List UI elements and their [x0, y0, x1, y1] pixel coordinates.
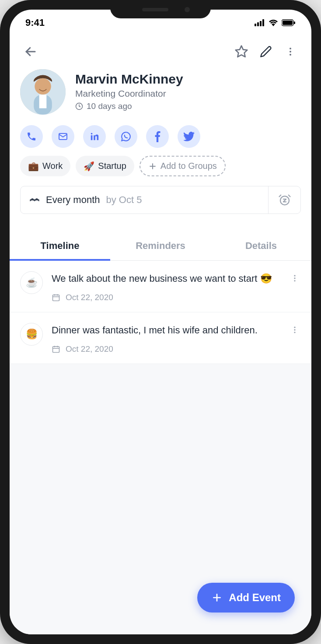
svg-rect-2: [260, 21, 262, 26]
back-button[interactable]: [20, 41, 41, 62]
tab-reminders[interactable]: Reminders: [110, 231, 211, 260]
tabs: Timeline Reminders Details: [10, 231, 311, 261]
svg-rect-0: [255, 24, 256, 26]
svg-point-11: [290, 54, 291, 56]
tab-details[interactable]: Details: [211, 231, 311, 260]
tags-row: 💼 Work 🚀 Startup Add to Groups: [10, 156, 311, 186]
add-to-groups-button[interactable]: Add to Groups: [140, 156, 226, 176]
svg-point-9: [290, 48, 291, 49]
timeline-event: ☕ We talk about the new business we want…: [10, 261, 311, 312]
profile-lastseen: 10 days ago: [75, 102, 301, 111]
profile-role: Marketing Coordinator: [75, 88, 301, 99]
svg-rect-6: [294, 21, 295, 24]
snooze-icon: [278, 193, 291, 206]
svg-point-10: [290, 51, 291, 52]
linkedin-button[interactable]: [83, 125, 106, 148]
svg-rect-3: [262, 19, 264, 26]
svg-point-39: [294, 329, 295, 330]
svg-rect-34: [53, 346, 59, 352]
timeline-content: ☕ We talk about the new business we want…: [10, 261, 311, 634]
svg-rect-15: [39, 94, 47, 108]
event-date: Oct 22, 2020: [52, 293, 280, 302]
svg-point-38: [294, 327, 295, 328]
handshake-icon: [29, 195, 40, 205]
event-emoji: 🍔: [20, 323, 43, 346]
svg-marker-8: [236, 46, 248, 57]
plus-icon: [148, 162, 157, 171]
plus-icon: [211, 592, 223, 603]
svg-point-20: [91, 133, 93, 135]
profile-name: Marvin McKinney: [75, 72, 301, 87]
more-button[interactable]: [280, 41, 301, 62]
event-text: Dinner was fantastic, I met his wife and…: [52, 323, 280, 337]
reminder-box[interactable]: Every month by Oct 5: [20, 186, 301, 214]
facebook-button[interactable]: [146, 125, 169, 148]
tab-timeline[interactable]: Timeline: [10, 231, 110, 260]
battery-icon: [282, 19, 296, 26]
add-event-button[interactable]: Add Event: [197, 583, 295, 612]
event-text: We talk about the new business we want t…: [52, 271, 280, 286]
event-emoji: ☕: [20, 271, 43, 294]
svg-point-33: [294, 280, 295, 281]
profile-header: Marvin McKinney Marketing Coordinator 10…: [10, 66, 311, 122]
svg-point-31: [294, 275, 295, 276]
calendar-icon: [52, 345, 60, 354]
email-button[interactable]: [52, 125, 74, 148]
status-time: 9:41: [25, 17, 45, 28]
briefcase-emoji: 💼: [28, 161, 39, 172]
signal-icon: [255, 19, 265, 26]
svg-rect-5: [283, 21, 293, 25]
avatar[interactable]: [20, 69, 66, 115]
reminder-frequency: Every month: [46, 194, 100, 206]
twitter-button[interactable]: [178, 125, 200, 148]
event-more-button[interactable]: [289, 323, 301, 354]
svg-rect-1: [257, 22, 259, 26]
whatsapp-button[interactable]: [115, 125, 137, 148]
tag-startup[interactable]: 🚀 Startup: [76, 156, 134, 176]
svg-rect-19: [91, 135, 93, 140]
calendar-icon: [52, 293, 60, 302]
favorite-button[interactable]: [231, 41, 252, 62]
event-more-button[interactable]: [289, 271, 301, 302]
edit-button[interactable]: [255, 41, 276, 62]
svg-point-40: [294, 332, 295, 333]
tag-work[interactable]: 💼 Work: [20, 156, 70, 176]
reminder-deadline: by Oct 5: [106, 194, 142, 206]
svg-rect-24: [53, 295, 59, 301]
nav-bar: [10, 36, 311, 66]
status-icons: [255, 19, 296, 26]
timeline-event: 🍔 Dinner was fantastic, I met his wife a…: [10, 312, 311, 364]
snooze-button[interactable]: [268, 186, 300, 214]
rocket-emoji: 🚀: [84, 161, 94, 172]
svg-point-32: [294, 277, 295, 279]
event-date: Oct 22, 2020: [52, 344, 280, 354]
phone-button[interactable]: [20, 125, 43, 148]
wifi-icon: [269, 19, 278, 26]
social-row: [10, 122, 311, 156]
clock-icon: [75, 102, 83, 110]
